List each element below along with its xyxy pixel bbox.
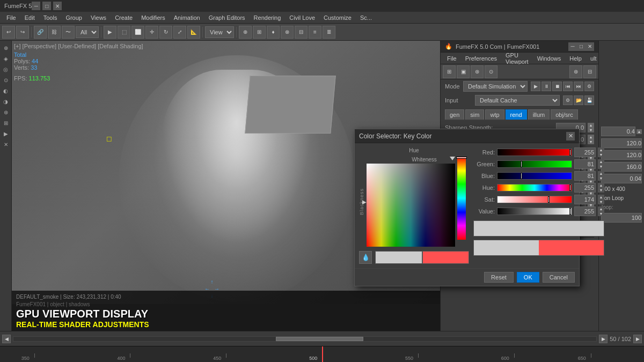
sat-down[interactable]: ▼	[598, 200, 604, 204]
sat-track[interactable]	[497, 196, 572, 203]
r-tb-3[interactable]: ⊛	[471, 65, 484, 78]
lasso-btn[interactable]: ⬜	[131, 26, 144, 39]
menu-sc[interactable]: Sc...	[356, 13, 376, 22]
sidebar-icon-3[interactable]: ◎	[1, 64, 11, 74]
r-menu-windows[interactable]: Windows	[533, 54, 566, 63]
scale-btn[interactable]: ⤢	[173, 26, 186, 39]
red-down[interactable]: ▼	[598, 152, 604, 157]
extra-input-1[interactable]	[601, 127, 635, 136]
input-open-btn[interactable]: 📂	[574, 95, 583, 105]
array-btn[interactable]: ⊟	[295, 26, 308, 39]
extra-input-9[interactable]	[601, 213, 642, 223]
next-btn[interactable]: ⏭	[574, 82, 583, 91]
align-btn[interactable]: ≡	[309, 26, 321, 39]
value-up[interactable]: ▲	[598, 206, 604, 211]
blue-up[interactable]: ▲	[598, 171, 604, 176]
menu-animation[interactable]: Animation	[170, 13, 204, 22]
timeline-ticks[interactable]: 350 400 450 500 550 600 650	[2, 346, 642, 362]
mode-select[interactable]: Default Simulation	[463, 81, 528, 92]
redo-btn[interactable]: ↪	[16, 26, 29, 39]
tab-gen[interactable]: gen	[445, 109, 464, 120]
hue-bar[interactable]	[457, 157, 466, 240]
minimize-btn[interactable]: ─	[32, 2, 40, 10]
green-down[interactable]: ▼	[598, 164, 604, 169]
play-btn[interactable]: ▶	[531, 82, 540, 91]
blue-input[interactable]	[574, 171, 596, 181]
red-track[interactable]	[497, 149, 572, 156]
hue-up[interactable]: ▲	[598, 183, 604, 188]
rotate-btn[interactable]: ↻	[159, 26, 172, 39]
maximize-btn[interactable]: □	[42, 2, 51, 10]
red-up[interactable]: ▲	[598, 147, 604, 152]
sat-input[interactable]	[574, 195, 596, 204]
extra-input-5[interactable]	[601, 174, 642, 183]
pause-btn[interactable]: ⏸	[541, 82, 551, 91]
menu-graph-editors[interactable]: Graph Editors	[204, 13, 250, 22]
tab-objsrc[interactable]: obj/src	[551, 109, 577, 120]
sidebar-icon-2[interactable]: ◈	[1, 54, 11, 63]
r-tb-1[interactable]: ⊞	[443, 65, 456, 78]
hue-track[interactable]	[497, 184, 572, 191]
r-tb-4[interactable]: ⊙	[485, 65, 497, 78]
scroll-left-btn[interactable]: ◀	[2, 335, 11, 343]
r-tb-5[interactable]: ⊛	[569, 65, 582, 78]
move-btn[interactable]: ✛	[145, 26, 158, 39]
green-track[interactable]	[497, 160, 572, 168]
link-btn[interactable]: 🔗	[34, 26, 47, 39]
hue-input[interactable]	[574, 183, 596, 193]
r-tb-6[interactable]: ⊟	[583, 65, 596, 78]
ok-btn[interactable]: OK	[517, 272, 539, 283]
sat-up[interactable]: ▲	[598, 195, 604, 200]
sharpen-strength-up[interactable]: ▲	[588, 123, 594, 128]
tab-illum[interactable]: illum	[528, 109, 550, 120]
menu-edit[interactable]: Edit	[20, 13, 39, 22]
snap3-btn[interactable]: ♦	[267, 26, 280, 39]
sidebar-icon-8[interactable]: ⊞	[1, 118, 11, 128]
rect-select-btn[interactable]: ⬚	[118, 26, 130, 39]
tab-rend[interactable]: rend	[506, 109, 527, 120]
sharpen-radius-down[interactable]: ▼	[588, 139, 594, 144]
close-btn[interactable]: ✕	[53, 2, 62, 10]
r-maximize-btn[interactable]: □	[577, 42, 586, 51]
input-select[interactable]: Default Cache	[475, 95, 560, 106]
r-menu-gpu[interactable]: GPU Viewport	[501, 51, 533, 66]
color-square[interactable]	[367, 164, 455, 247]
menu-group[interactable]: Group	[61, 13, 86, 22]
snap2-btn[interactable]: ⊞	[253, 26, 266, 39]
r-tb-2[interactable]: ▣	[457, 65, 470, 78]
unlink-btn[interactable]: ⛓	[48, 26, 61, 39]
frame-end-btn[interactable]: ▶	[633, 335, 642, 343]
r-close-btn[interactable]: ✕	[586, 42, 594, 51]
tab-wtp[interactable]: wtp	[485, 109, 504, 120]
mirror-btn[interactable]: ⊗	[281, 26, 294, 39]
green-up[interactable]: ▲	[598, 159, 604, 164]
sidebar-icon-6[interactable]: ◑	[1, 97, 11, 106]
blue-down[interactable]: ▼	[598, 176, 604, 181]
bind-btn[interactable]: 〜	[62, 26, 75, 39]
scroll-right-btn[interactable]: ▶	[599, 335, 608, 343]
menu-civil-love[interactable]: Civil Love	[285, 13, 319, 22]
prev-btn[interactable]: ⏮	[563, 82, 573, 91]
stop-btn[interactable]: ⏹	[552, 82, 562, 91]
sidebar-icon-1[interactable]: ⊕	[1, 43, 11, 53]
view-select[interactable]: View	[205, 26, 234, 38]
extra-input-2[interactable]	[601, 138, 642, 148]
green-input[interactable]	[574, 159, 596, 169]
extra-input-4[interactable]	[601, 162, 642, 172]
menu-rendering[interactable]: Rendering	[250, 13, 286, 22]
r-menu-help[interactable]: Help	[565, 54, 586, 63]
blue-track[interactable]	[497, 172, 572, 180]
r-menu-file[interactable]: File	[443, 54, 461, 63]
snap-btn[interactable]: ⊕	[239, 26, 252, 39]
hue-down[interactable]: ▼	[598, 188, 604, 193]
sidebar-icon-7[interactable]: ⊛	[1, 107, 11, 117]
r-menu-prefs[interactable]: Preferences	[461, 54, 501, 63]
menu-file[interactable]: File	[2, 13, 20, 22]
r-minimize-btn[interactable]: ─	[568, 42, 577, 51]
value-down[interactable]: ▼	[598, 211, 604, 216]
tab-sim[interactable]: sim	[465, 109, 484, 120]
settings-btn[interactable]: ⚙	[584, 82, 594, 91]
sidebar-icon-4[interactable]: ⊙	[1, 75, 11, 85]
undo-btn[interactable]: ↩	[2, 26, 15, 39]
sidebar-icon-5[interactable]: ◐	[1, 86, 11, 95]
